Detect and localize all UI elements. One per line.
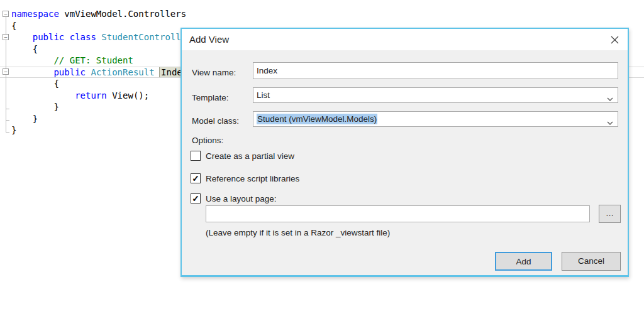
code-token: { <box>11 21 16 31</box>
model-class-label: Model class: <box>192 116 239 126</box>
code-token <box>64 32 69 42</box>
template-value: List <box>257 90 270 100</box>
fold-collapse-icon[interactable]: − <box>3 68 9 75</box>
add-button[interactable]: Add <box>495 252 552 271</box>
checkbox-checked-icon[interactable]: ✓ <box>191 173 201 183</box>
layout-page-checkbox-row[interactable]: ✓ Use a layout page: <box>191 193 277 203</box>
code-token: View(); <box>107 90 149 100</box>
code-token: vmViewModel.Controllers <box>59 9 186 19</box>
model-class-combobox[interactable]: Student (vmViewModel.Models) <box>253 111 618 127</box>
view-name-input[interactable] <box>253 62 618 79</box>
layout-page-checkbox-label: Use a layout page: <box>206 194 277 203</box>
code-token: namespace <box>11 9 59 19</box>
dialog-title: Add View <box>189 29 229 50</box>
options-label: Options: <box>192 135 223 146</box>
add-view-dialog: Add View View name: Template: List Model… <box>180 28 629 277</box>
reference-scripts-checkbox-label: Reference script libraries <box>206 174 299 183</box>
code-token: { <box>11 79 59 89</box>
chevron-down-icon <box>607 117 613 127</box>
model-class-value: Student (vmViewModel.Models) <box>257 114 377 124</box>
cancel-button[interactable]: Cancel <box>562 252 621 271</box>
checkbox-checked-icon[interactable]: ✓ <box>191 193 201 203</box>
code-token: class <box>70 32 96 42</box>
code-token: public <box>33 32 65 42</box>
fold-guide-tick <box>6 132 9 133</box>
code-token <box>11 32 33 42</box>
layout-hint-text: (Leave empty if it is set in a Razor _vi… <box>206 228 390 237</box>
code-token: // GET: Student <box>11 55 133 65</box>
partial-view-checkbox-row[interactable]: Create as a partial view <box>191 151 294 161</box>
code-token: } <box>11 114 38 124</box>
code-token <box>11 90 75 100</box>
code-token: StudentController <box>101 32 191 42</box>
view-name-label: View name: <box>192 67 236 78</box>
fold-collapse-icon[interactable]: − <box>3 11 9 17</box>
dialog-titlebar[interactable]: Add View <box>182 29 628 50</box>
partial-view-checkbox-label: Create as a partial view <box>206 151 294 161</box>
code-token: return <box>75 90 107 100</box>
close-icon[interactable] <box>608 33 621 46</box>
code-line[interactable]: namespace vmViewModel.Controllers <box>11 8 644 20</box>
layout-page-input[interactable] <box>206 205 590 222</box>
code-token: ActionResult <box>91 67 154 77</box>
code-token: { <box>11 44 38 54</box>
fold-guide-tick <box>6 109 9 109</box>
code-token: public <box>53 67 86 77</box>
code-token <box>11 67 53 77</box>
browse-button[interactable]: … <box>599 205 621 223</box>
reference-scripts-checkbox-row[interactable]: ✓ Reference script libraries <box>191 173 299 183</box>
checkbox-unchecked-icon[interactable] <box>191 151 201 161</box>
code-token: } <box>11 125 16 135</box>
template-label: Template: <box>192 92 229 103</box>
fold-collapse-icon[interactable]: − <box>3 34 9 40</box>
chevron-down-icon <box>607 94 613 103</box>
template-combobox[interactable]: List <box>253 87 618 103</box>
fold-guide-tick <box>6 120 9 121</box>
code-token: } <box>11 102 59 112</box>
